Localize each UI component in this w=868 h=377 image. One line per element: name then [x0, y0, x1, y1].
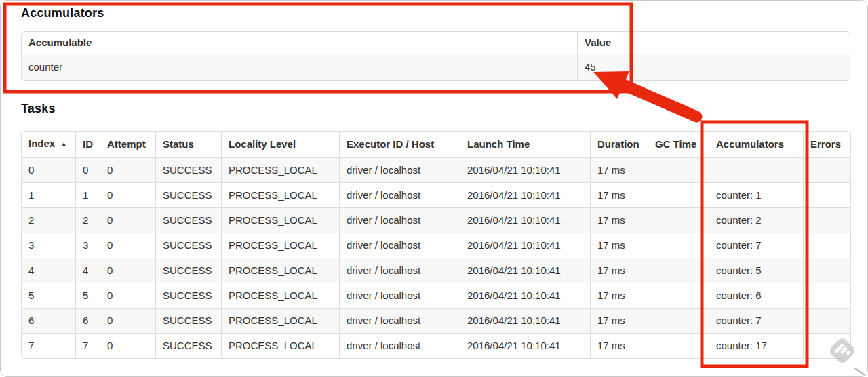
- accumulators-cell: counter: 7: [709, 233, 803, 258]
- index-cell: 5: [22, 283, 75, 308]
- corner-resize-tick: [852, 367, 868, 377]
- status-cell: SUCCESS: [155, 182, 221, 207]
- id-cell: 5: [75, 283, 100, 308]
- errors-cell: [803, 258, 850, 283]
- column-header-gc-time[interactable]: GC Time: [648, 132, 709, 157]
- index-cell: 6: [22, 308, 75, 333]
- gc-time-cell: [648, 333, 709, 358]
- column-header-id[interactable]: ID: [75, 132, 100, 157]
- duration-cell: 17 ms: [590, 258, 648, 283]
- column-header-duration[interactable]: Duration: [590, 132, 648, 157]
- id-cell: 3: [75, 233, 100, 258]
- locality-cell: PROCESS_LOCAL: [221, 283, 339, 308]
- column-header-launch-time[interactable]: Launch Time: [460, 132, 590, 157]
- id-cell: 6: [75, 308, 100, 333]
- column-header-attempt[interactable]: Attempt: [100, 132, 155, 157]
- task-row: 1 1 0 SUCCESS PROCESS_LOCAL driver / loc…: [22, 182, 850, 207]
- duration-cell: 17 ms: [590, 283, 648, 308]
- status-cell: SUCCESS: [155, 283, 221, 308]
- attempt-cell: 0: [100, 258, 155, 283]
- column-header-value[interactable]: Value: [577, 32, 850, 54]
- errors-cell: [803, 182, 850, 207]
- gc-time-cell: [648, 207, 709, 233]
- id-cell: 4: [75, 258, 100, 283]
- attempt-cell: 0: [100, 283, 155, 308]
- errors-cell: [803, 233, 850, 258]
- index-cell: 7: [22, 333, 75, 358]
- locality-cell: PROCESS_LOCAL: [221, 182, 339, 207]
- accumulable-name-cell: counter: [22, 54, 577, 80]
- executor-cell: driver / localhost: [339, 157, 460, 182]
- column-header-errors[interactable]: Errors: [803, 132, 850, 157]
- launch-time-cell: 2016/04/21 10:10:41: [460, 182, 590, 207]
- errors-cell: [803, 333, 850, 358]
- errors-cell: [803, 207, 850, 233]
- column-header-index[interactable]: Index▲: [22, 132, 75, 157]
- task-row: 3 3 0 SUCCESS PROCESS_LOCAL driver / loc…: [22, 233, 850, 258]
- column-header-executor-id-host[interactable]: Executor ID / Host: [339, 132, 460, 157]
- accumulators-cell: counter: 2: [709, 207, 803, 233]
- executor-cell: driver / localhost: [339, 308, 460, 333]
- errors-cell: [803, 283, 850, 308]
- id-cell: 0: [75, 157, 100, 182]
- column-header-accumulators[interactable]: Accumulators: [709, 132, 803, 157]
- task-row: 0 0 0 SUCCESS PROCESS_LOCAL driver / loc…: [22, 157, 850, 182]
- executor-cell: driver / localhost: [339, 207, 460, 233]
- column-header-accumulable[interactable]: Accumulable: [22, 32, 577, 54]
- gc-time-cell: [648, 308, 709, 333]
- annotation-arrow-shaft: [622, 84, 696, 117]
- task-row: 6 6 0 SUCCESS PROCESS_LOCAL driver / loc…: [22, 308, 850, 333]
- accumulators-header-row: Accumulable Value: [22, 32, 850, 54]
- launch-time-cell: 2016/04/21 10:10:41: [460, 283, 590, 308]
- status-cell: SUCCESS: [155, 258, 221, 283]
- status-cell: SUCCESS: [155, 157, 221, 182]
- attempt-cell: 0: [100, 308, 155, 333]
- accumulator-row: counter 45: [22, 54, 850, 80]
- accumulators-cell: counter: 5: [709, 258, 803, 283]
- index-cell: 4: [22, 258, 75, 283]
- index-cell: 0: [22, 157, 75, 182]
- accumulators-heading: Accumulators: [21, 6, 104, 20]
- column-header-status[interactable]: Status: [155, 132, 221, 157]
- executor-cell: driver / localhost: [339, 283, 460, 308]
- duration-cell: 17 ms: [590, 182, 648, 207]
- accumulators-cell: counter: 17: [709, 333, 803, 358]
- locality-cell: PROCESS_LOCAL: [221, 333, 339, 358]
- launch-time-cell: 2016/04/21 10:10:41: [460, 258, 590, 283]
- accumulators-table: Accumulable Value counter 45: [21, 31, 850, 81]
- launch-time-cell: 2016/04/21 10:10:41: [460, 233, 590, 258]
- duration-cell: 17 ms: [590, 308, 648, 333]
- launch-time-cell: 2016/04/21 10:10:41: [460, 308, 590, 333]
- launch-time-cell: 2016/04/21 10:10:41: [460, 333, 590, 358]
- accumulators-cell: counter: 1: [709, 182, 803, 207]
- status-cell: SUCCESS: [155, 308, 221, 333]
- spark-ui-stage-screenshot: Accumulators Accumulable Value counter 4…: [0, 0, 868, 377]
- status-cell: SUCCESS: [155, 207, 221, 233]
- task-row: 5 5 0 SUCCESS PROCESS_LOCAL driver / loc…: [22, 283, 850, 308]
- gc-time-cell: [648, 157, 709, 182]
- locality-cell: PROCESS_LOCAL: [221, 157, 339, 182]
- gc-time-cell: [648, 283, 709, 308]
- id-cell: 7: [75, 333, 100, 358]
- task-row: 7 7 0 SUCCESS PROCESS_LOCAL driver / loc…: [22, 333, 850, 358]
- executor-cell: driver / localhost: [339, 182, 460, 207]
- locality-cell: PROCESS_LOCAL: [221, 258, 339, 283]
- duration-cell: 17 ms: [590, 207, 648, 233]
- duration-cell: 17 ms: [590, 233, 648, 258]
- attempt-cell: 0: [100, 182, 155, 207]
- index-cell: 1: [22, 182, 75, 207]
- status-cell: SUCCESS: [155, 233, 221, 258]
- locality-cell: PROCESS_LOCAL: [221, 233, 339, 258]
- column-header-locality-level[interactable]: Locality Level: [221, 132, 339, 157]
- id-cell: 2: [75, 207, 100, 233]
- errors-cell: [803, 308, 850, 333]
- gc-time-cell: [648, 182, 709, 207]
- duration-cell: 17 ms: [590, 157, 648, 182]
- column-header-index-label: Index: [28, 138, 55, 149]
- executor-cell: driver / localhost: [339, 258, 460, 283]
- gc-time-cell: [648, 258, 709, 283]
- executor-cell: driver / localhost: [339, 233, 460, 258]
- sort-ascending-icon: ▲: [60, 140, 67, 148]
- attempt-cell: 0: [100, 233, 155, 258]
- index-cell: 3: [22, 233, 75, 258]
